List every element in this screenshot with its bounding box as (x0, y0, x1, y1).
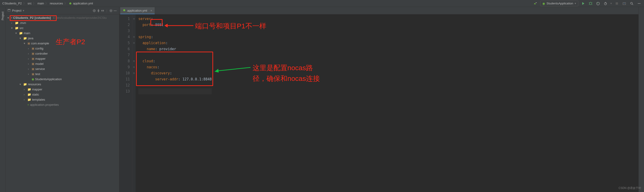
chevron-down-icon: ▾ (20, 82, 22, 87)
tree-folder[interactable]: › 📁 templates (6, 97, 119, 102)
breadcrumb-item[interactable]: CStudents_P2 (2, 2, 22, 5)
tree-folder[interactable]: › 📁 .mvn (6, 21, 119, 26)
module-folder-icon: ▪ (11, 15, 12, 21)
source-folder-icon: 📁 (23, 36, 27, 41)
yaml-key: server (138, 17, 151, 21)
tree-folder[interactable]: › 📁 mapper (6, 87, 119, 92)
editor-tab-active[interactable]: application.yml × (120, 7, 154, 14)
package-icon: ▣ (32, 46, 34, 51)
chevron-down-icon: ▾ (8, 15, 10, 21)
yaml-key: server-addr (155, 77, 178, 81)
breadcrumb-item[interactable]: main (38, 2, 44, 5)
tree-package[interactable]: › ▣ controller (6, 51, 119, 56)
debug-button[interactable] (588, 1, 593, 6)
svg-rect-5 (616, 2, 618, 5)
project-panel-title[interactable]: Project (12, 9, 21, 12)
tree-package[interactable]: › ▣ config (6, 46, 119, 51)
chevron-down-icon[interactable]: ▾ (23, 9, 24, 12)
chevron-right-icon: 〉 (23, 2, 26, 6)
chevron-right-icon: › (28, 56, 31, 61)
watermark: CSDN @君故于时 (618, 186, 641, 190)
folder-icon: 📁 (15, 26, 18, 31)
properties-file-icon: ≡ (28, 102, 29, 107)
tree-label: com.example (31, 41, 49, 46)
breadcrumb-item-file[interactable]: y application.yml (69, 2, 93, 5)
gear-icon[interactable] (109, 9, 113, 13)
chevron-right-icon: › (28, 46, 31, 51)
spring-icon: ◉ (542, 2, 545, 5)
coverage-button[interactable] (596, 1, 600, 6)
svg-rect-8 (638, 3, 640, 4)
code-editor[interactable]: 1 2 3 4 5 6 7 8 9 10 11 12 13 ⊟⊟⊟⊟⊟⊟ ser… (119, 15, 638, 192)
search-everywhere-icon[interactable] (629, 1, 634, 6)
project-tree[interactable]: ▾ ▪ CStudents_P2 [cstudents] E:\test\cst… (6, 15, 119, 108)
svg-point-13 (110, 10, 112, 12)
chevron-right-icon: › (28, 67, 31, 72)
tree-package[interactable]: › ▣ service (6, 67, 119, 72)
resources-folder-icon: 📁 (23, 82, 27, 87)
git-update-icon[interactable] (622, 1, 627, 6)
svg-point-3 (590, 2, 592, 5)
chevron-down-icon: ▾ (11, 26, 14, 31)
collapse-all-icon[interactable] (100, 9, 105, 13)
chevron-right-icon: › (24, 97, 26, 102)
chevron-right-icon: › (24, 92, 26, 97)
project-root-name: CStudents_P2 (13, 15, 34, 21)
chevron-down-icon: ▾ (20, 36, 22, 41)
yaml-key: name (147, 47, 155, 51)
fold-gutter[interactable]: ⊟⊟⊟⊟⊟⊟ (132, 15, 136, 192)
expand-all-icon[interactable] (96, 9, 100, 13)
chevron-right-icon: › (28, 51, 31, 56)
breadcrumb-file-label: application.yml (73, 2, 93, 5)
tree-label: main (24, 31, 30, 36)
close-icon[interactable]: × (150, 9, 152, 12)
tree-label: controller (35, 51, 48, 56)
tree-label: application.properties (30, 102, 59, 107)
run-button[interactable] (580, 1, 586, 6)
tree-file[interactable]: ≡ application.properties (6, 102, 119, 107)
tree-package[interactable]: › ▣ model (6, 61, 119, 67)
run-configuration-selector[interactable]: ◉ StudentsApplication ▾ (540, 1, 578, 6)
breadcrumb-item[interactable]: resources (50, 2, 63, 5)
yaml-key: cloud (142, 59, 153, 63)
tree-label: model (35, 61, 44, 67)
tree-folder-resources[interactable]: ▾ 📁 resources (6, 82, 119, 87)
yaml-value: provider (159, 47, 176, 51)
tree-label: test (35, 72, 40, 77)
yaml-value: 8081 (155, 23, 164, 27)
profiler-button[interactable] (603, 1, 608, 6)
chevron-right-icon: 〉 (64, 2, 67, 6)
tree-label: static (32, 92, 39, 97)
stop-button[interactable] (614, 1, 620, 6)
package-icon: ▣ (28, 41, 30, 46)
tree-label: StudentsApplication (35, 77, 62, 82)
tree-folder[interactable]: ▾ 📁 main (6, 31, 119, 36)
tree-label: src (20, 26, 24, 31)
tree-package[interactable]: › ▣ test (6, 72, 119, 77)
package-icon: ▣ (32, 56, 34, 61)
tree-package[interactable]: ▾ ▣ com.example (6, 41, 119, 46)
tree-folder-source[interactable]: ▾ 📁 java (6, 36, 119, 41)
select-opened-file-icon[interactable] (92, 9, 96, 13)
tree-folder[interactable]: ▾ 📁 src (6, 26, 119, 31)
tree-package[interactable]: › ▣ mapper (6, 56, 119, 61)
right-gutter (638, 7, 644, 192)
chevron-right-icon: › (28, 72, 31, 77)
tree-label: java (28, 36, 34, 41)
tree-project-root[interactable]: ▾ ▪ CStudents_P2 [cstudents] E:\test\cst… (6, 15, 119, 21)
tree-class-file[interactable]: ◉ StudentsApplication (6, 77, 119, 82)
project-tool-tab[interactable]: Project (1, 12, 4, 20)
tree-folder[interactable]: › 📁 static (6, 92, 119, 97)
yaml-key: spring (138, 35, 151, 39)
package-icon: ▣ (32, 67, 34, 72)
tree-label: templates (32, 97, 45, 102)
build-hammer-icon[interactable] (533, 1, 538, 6)
hide-panel-icon[interactable]: — (113, 9, 117, 13)
project-view-icon (8, 9, 11, 13)
tree-label: mapper (32, 87, 42, 92)
breadcrumb-item[interactable]: src (28, 2, 32, 5)
ide-settings-icon[interactable] (636, 1, 642, 6)
editor-tab-label: application.yml (127, 9, 147, 12)
yaml-value: 127.0.0.1:8848 (182, 77, 212, 81)
code-content[interactable]: server: port: 8081 spring: application: … (136, 15, 212, 192)
